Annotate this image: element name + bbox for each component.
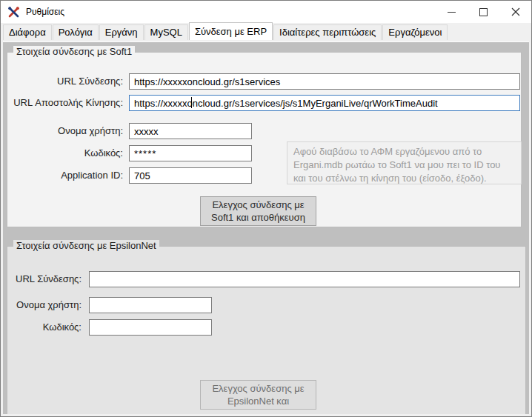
tab-mysql[interactable]: MySQL: [144, 24, 188, 40]
tab-idiaiteres-periptoseis[interactable]: Ιδιαίτερες περιπτώσεις: [273, 24, 382, 40]
soft1-password-input[interactable]: [129, 145, 252, 161]
minimize-icon: [448, 12, 456, 13]
tab-rologia[interactable]: Ρολόγια: [53, 24, 99, 40]
epsilonnet-groupbox: Στοιχεία σύνδεσης με EpsilonNet URL Σύνδ…: [7, 246, 526, 414]
epsilonnet-url-label: URL Σύνδεσης:: [16, 273, 82, 284]
close-button[interactable]: [499, 1, 531, 23]
epsilonnet-password-label: Κωδικός:: [43, 321, 82, 333]
minimize-button[interactable]: [436, 1, 468, 23]
text-caret: [191, 97, 192, 108]
close-icon: [511, 7, 520, 16]
settings-window: Ρυθμίσεις Διάφορα Ρολόγια Εργάνη MySQL Σ…: [0, 0, 532, 417]
soft1-group-title: Στοιχεία σύνδεσης με Soft1: [13, 46, 135, 57]
tab-strip: Διάφορα Ρολόγια Εργάνη MySQL Σύνδεση με …: [1, 23, 531, 40]
soft1-info-note: Αφού διαβάσω το ΑΦΜ εργαζόμενου από το E…: [287, 141, 522, 184]
epsilonnet-password-input[interactable]: [89, 319, 212, 336]
soft1-url-label: URL Σύνδεσης:: [57, 76, 123, 87]
title-bar[interactable]: Ρυθμίσεις: [1, 1, 531, 23]
soft1-test-connection-button[interactable]: Ελεγχος σύνδεσης με Soft1 και αποθήκευση: [200, 196, 316, 226]
epsilonnet-test-connection-button[interactable]: Ελεγχος σύνδεσης με EpsilonNet και: [200, 380, 316, 410]
maximize-button[interactable]: [468, 1, 499, 23]
epsilonnet-url-input[interactable]: [89, 271, 520, 287]
soft1-username-input[interactable]: [129, 123, 252, 139]
epsilonnet-username-label: Ονομα χρήστη:: [16, 299, 82, 310]
tab-diafora[interactable]: Διάφορα: [3, 24, 52, 40]
window-title: Ρυθμίσεις: [26, 7, 64, 17]
soft1-send-url-label: URL Αποστολής Κίνησης:: [13, 97, 123, 108]
soft1-password-label: Κωδικός:: [84, 147, 123, 159]
maximize-icon: [479, 8, 488, 16]
soft1-url-input[interactable]: [129, 73, 520, 90]
epsilonnet-group-title: Στοιχεία σύνδεσης με EpsilonNet: [13, 240, 159, 251]
soft1-username-label: Ονομα χρήστη:: [58, 125, 123, 136]
tab-syndesi-me-erp[interactable]: Σύνδεση με ERP: [189, 22, 273, 40]
tab-ergazomenoi[interactable]: Εργαζόμενοι: [382, 24, 448, 40]
soft1-groupbox: Στοιχεία σύνδεσης με Soft1 URL Σύνδεσης:…: [7, 52, 522, 227]
epsilonnet-username-input[interactable]: [89, 297, 212, 313]
window-controls: [436, 1, 531, 23]
tab-page-erp: Στοιχεία σύνδεσης με Soft1 URL Σύνδεσης:…: [3, 41, 529, 414]
soft1-application-id-label: Application ID:: [61, 170, 123, 181]
soft1-send-url-input[interactable]: [129, 95, 520, 111]
tab-ergani[interactable]: Εργάνη: [99, 24, 144, 40]
soft1-application-id-input[interactable]: [129, 167, 252, 184]
crossed-tools-icon: [7, 6, 20, 19]
tab-page-frame: Στοιχεία σύνδεσης με Soft1 URL Σύνδεσης:…: [1, 40, 531, 416]
